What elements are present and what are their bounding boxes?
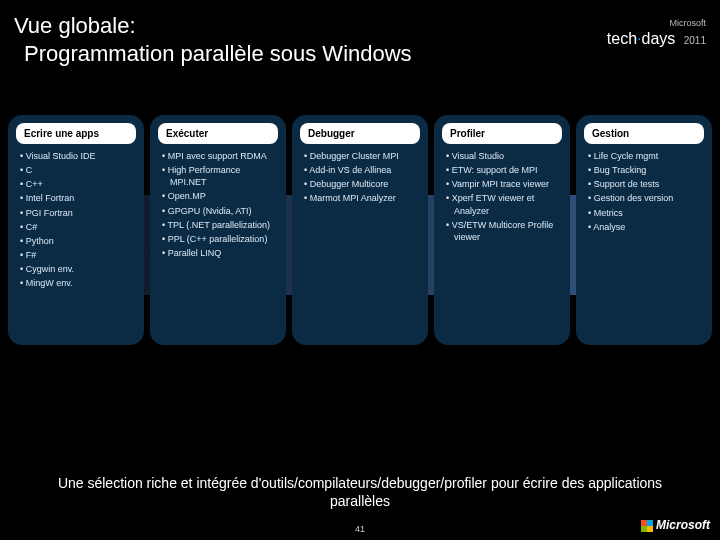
column-title: Debugger <box>300 123 420 144</box>
column-list: Life Cycle mgmtBug TrackingSupport de te… <box>584 150 704 233</box>
list-item: Life Cycle mgmt <box>588 150 702 162</box>
column-title: Ecrire une apps <box>16 123 136 144</box>
list-item: Vampir MPI trace viewer <box>446 178 560 190</box>
column: ProfilerVisual StudioETW: support de MPI… <box>434 115 570 345</box>
list-item: TPL (.NET parallelization) <box>162 219 276 231</box>
column: GestionLife Cycle mgmtBug TrackingSuppor… <box>576 115 712 345</box>
column: ExécuterMPI avec support RDMAHigh Perfor… <box>150 115 286 345</box>
list-item: Bug Tracking <box>588 164 702 176</box>
list-item: Gestion des version <box>588 192 702 204</box>
list-item: C++ <box>20 178 134 190</box>
column-list: Visual StudioETW: support de MPIVampir M… <box>442 150 562 243</box>
column-list: Debugger Cluster MPIAdd-in VS de Allinea… <box>300 150 420 205</box>
page-number: 41 <box>0 524 720 534</box>
list-item: Add-in VS de Allinea <box>304 164 418 176</box>
list-item: Marmot MPI Analyzer <box>304 192 418 204</box>
list-item: F# <box>20 249 134 261</box>
list-item: Debugger Cluster MPI <box>304 150 418 162</box>
list-item: Support de tests <box>588 178 702 190</box>
list-item: Visual Studio IDE <box>20 150 134 162</box>
list-item: Visual Studio <box>446 150 560 162</box>
title-line1: Vue globale: <box>14 13 136 38</box>
title-line2: Programmation parallèle sous Windows <box>14 40 412 68</box>
column-title: Profiler <box>442 123 562 144</box>
list-item: MingW env. <box>20 277 134 289</box>
list-item: GPGPU (Nvidia, ATI) <box>162 205 276 217</box>
list-item: Cygwin env. <box>20 263 134 275</box>
brand-pre: tech <box>607 30 637 47</box>
list-item: Metrics <box>588 207 702 219</box>
footer-brand-text: Microsoft <box>656 518 710 532</box>
list-item: Xperf ETW viewer et Analyzer <box>446 192 560 216</box>
column-list: MPI avec support RDMAHigh Performance MP… <box>158 150 278 259</box>
brand-logo: Microsoft tech·days 2011 <box>607 18 706 48</box>
list-item: MPI avec support RDMA <box>162 150 276 162</box>
column: Ecrire une appsVisual Studio IDECC++Inte… <box>8 115 144 345</box>
column-list: Visual Studio IDECC++Intel FortranPGI Fo… <box>16 150 136 289</box>
list-item: Parallel LINQ <box>162 247 276 259</box>
list-item: C <box>20 164 134 176</box>
list-item: PPL (C++ parallelization) <box>162 233 276 245</box>
list-item: Debugger Multicore <box>304 178 418 190</box>
bottom-caption: Une sélection riche et intégrée d'outils… <box>0 474 720 510</box>
list-item: VS/ETW Multicore Profile viewer <box>446 219 560 243</box>
list-item: Python <box>20 235 134 247</box>
column-title: Gestion <box>584 123 704 144</box>
list-item: High Performance MPI.NET <box>162 164 276 188</box>
list-item: Analyse <box>588 221 702 233</box>
header: Vue globale: Programmation parallèle sou… <box>0 0 720 85</box>
list-item: Intel Fortran <box>20 192 134 204</box>
brand-year: 2011 <box>684 35 706 46</box>
column: DebuggerDebugger Cluster MPIAdd-in VS de… <box>292 115 428 345</box>
footer-logo: Microsoft <box>641 518 710 532</box>
list-item: ETW: support de MPI <box>446 164 560 176</box>
columns-wrap: Ecrire une appsVisual Studio IDECC++Inte… <box>8 115 712 395</box>
brand-post: days <box>642 30 676 47</box>
brand-ms: Microsoft <box>607 18 706 28</box>
page-title: Vue globale: Programmation parallèle sou… <box>14 12 412 67</box>
list-item: Open.MP <box>162 190 276 202</box>
list-item: PGI Fortran <box>20 207 134 219</box>
column-title: Exécuter <box>158 123 278 144</box>
ms-flag-icon <box>641 520 653 532</box>
list-item: C# <box>20 221 134 233</box>
columns: Ecrire une appsVisual Studio IDECC++Inte… <box>8 115 712 345</box>
